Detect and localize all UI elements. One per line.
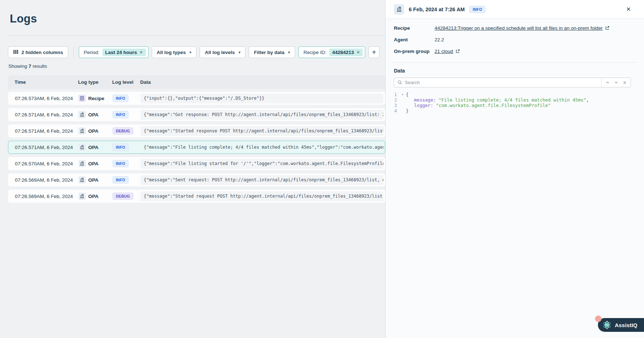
- period-remove-icon[interactable]: ✕: [139, 50, 143, 55]
- row-log-type: OPA: [78, 193, 113, 200]
- search-clear-button[interactable]: [620, 78, 629, 87]
- code-content: }: [406, 108, 409, 114]
- period-filter-chip[interactable]: Period: Last 24 hours ✕: [79, 46, 148, 58]
- field-recipe-label: Recipe: [394, 25, 435, 31]
- line-number: 1: [394, 92, 399, 97]
- log-type-label: OPA: [88, 177, 98, 183]
- search-next-button[interactable]: [612, 78, 620, 87]
- add-filter-button[interactable]: +: [368, 46, 379, 58]
- search-input[interactable]: [405, 80, 601, 85]
- log-type-label: Recipe: [88, 96, 104, 101]
- search-icon: [398, 80, 402, 85]
- chevron-down-icon: ▾: [189, 50, 192, 55]
- data-section: Data 1▾{2 messa: [386, 63, 644, 114]
- column-header-time[interactable]: Time: [8, 79, 78, 85]
- chevron-down-icon: ▾: [239, 50, 241, 55]
- assistiq-button[interactable]: AssistIQ: [598, 318, 644, 332]
- log-levels-dropdown[interactable]: All log levels ▾: [200, 46, 245, 58]
- row-log-level: DEBUG: [113, 127, 140, 135]
- field-onprem-group: On-prem group 21 cloud: [394, 49, 631, 60]
- table-header: Time Log type Log level Data: [8, 75, 385, 89]
- log-type-icon: [78, 160, 86, 167]
- row-log-type: OPA: [78, 160, 113, 167]
- table-row[interactable]: 07:26.569AM, 6 Feb, 2024 OPA INFO {"mess…: [8, 173, 385, 186]
- column-header-type[interactable]: Log type: [78, 79, 112, 85]
- building-icon: [396, 6, 402, 12]
- close-panel-button[interactable]: ✕: [626, 7, 631, 12]
- log-level-badge: INFO: [113, 95, 129, 102]
- row-time: 07:26.571AM, 6 Feb, 2024: [8, 112, 78, 118]
- log-type-icon: [78, 111, 86, 118]
- row-data-cell: {"message":"Sent request: POST http://ag…: [140, 175, 385, 185]
- recipe-icon: [80, 96, 85, 101]
- fold-gutter: [399, 103, 406, 108]
- recipe-id-filter-chip[interactable]: Recipe ID: 44284213 ✕: [298, 46, 365, 58]
- assistiq-label: AssistIQ: [615, 322, 637, 328]
- recipe-id-filter-value: 44284213 ✕: [329, 49, 363, 56]
- chevron-down-icon: [614, 81, 618, 84]
- row-data: {"message":"File listing started for '/'…: [140, 159, 383, 169]
- row-data-cell: {"message":"Got response: POST http://ag…: [140, 110, 385, 120]
- recipe-id-remove-icon[interactable]: ✕: [356, 50, 360, 55]
- table-row[interactable]: 07:26.571AM, 6 Feb, 2024 OPA INFO {"mess…: [8, 141, 385, 154]
- toolbar-separator: [73, 47, 74, 57]
- hidden-columns-button[interactable]: 2 hidden columns: [8, 46, 68, 58]
- row-time: 07:26.573AM, 6 Feb, 2024: [8, 96, 78, 101]
- period-filter-label: Period:: [84, 50, 99, 55]
- recipe-link[interactable]: 44284213:Trigger on a specified schedule…: [435, 25, 603, 31]
- table-row[interactable]: 07:26.573AM, 6 Feb, 2024 Recipe INFO {"i…: [8, 92, 385, 105]
- logs-app: Logs 2 hidden columns Period: Last 24 ho…: [0, 0, 644, 338]
- log-level-badge: INFO: [113, 111, 129, 118]
- recipe-id-filter-label: Recipe ID:: [303, 50, 326, 55]
- log-type-label: OPA: [88, 112, 98, 118]
- results-summary: Showing 7 results: [8, 63, 385, 69]
- row-log-type: OPA: [78, 111, 113, 118]
- fold-gutter: [399, 108, 406, 114]
- row-data: {"message":"Sent request: POST http://ag…: [140, 175, 383, 185]
- external-link-icon: [605, 26, 610, 30]
- row-data-cell: {"message":"Started request POST http://…: [140, 191, 385, 201]
- building-icon: [80, 177, 85, 182]
- row-data: {"message":"Started request POST http://…: [140, 191, 383, 201]
- column-header-data[interactable]: Data: [140, 79, 385, 85]
- fold-caret-icon[interactable]: ▾: [399, 92, 406, 97]
- row-data: {"message":"Started response POST http:/…: [140, 126, 383, 136]
- log-types-dropdown[interactable]: All log types ▾: [152, 46, 197, 58]
- building-icon: [80, 194, 85, 199]
- search-prev-button[interactable]: [603, 78, 612, 87]
- row-log-level: INFO: [113, 160, 140, 167]
- log-level-badge: INFO: [113, 176, 129, 184]
- panel-fields: Recipe 44284213:Trigger on a specified s…: [386, 19, 644, 60]
- logs-table: Time Log type Log level Data 07:26.573AM…: [8, 75, 385, 203]
- atom-icon: [602, 320, 612, 330]
- column-header-level[interactable]: Log level: [112, 79, 140, 85]
- agent-version: 22.2: [435, 37, 444, 42]
- onprem-group-link[interactable]: 21 cloud: [435, 49, 453, 54]
- fold-gutter: [399, 97, 406, 103]
- code-line: 4}: [394, 108, 631, 114]
- log-type-label: OPA: [88, 128, 98, 134]
- chevron-down-icon: ▾: [288, 50, 290, 55]
- table-row[interactable]: 07:26.571AM, 6 Feb, 2024 OPA DEBUG {"mes…: [8, 124, 385, 137]
- table-row[interactable]: 07:26.569AM, 6 Feb, 2024 OPA DEBUG {"mes…: [8, 190, 385, 203]
- line-number: 3: [394, 103, 399, 108]
- external-link-icon: [455, 49, 460, 54]
- row-log-level: DEBUG: [113, 193, 140, 200]
- data-section-title: Data: [394, 68, 631, 74]
- row-time: 07:26.571AM, 6 Feb, 2024: [8, 128, 78, 134]
- panel-level-badge: INFO: [469, 6, 485, 13]
- log-type-label: OPA: [88, 145, 98, 150]
- line-number: 2: [394, 97, 399, 103]
- code-line: 2 message: "File listing complete; 4/4 f…: [394, 97, 631, 103]
- field-agent-label: Agent: [394, 37, 435, 42]
- row-log-level: INFO: [113, 176, 140, 184]
- table-row[interactable]: 07:26.570AM, 6 Feb, 2024 OPA INFO {"mess…: [8, 157, 385, 170]
- table-row[interactable]: 07:26.571AM, 6 Feb, 2024 OPA INFO {"mess…: [8, 108, 385, 121]
- json-code-viewer[interactable]: 1▾{2 message: "File listing complete; 4/…: [394, 92, 631, 114]
- filter-by-data-dropdown[interactable]: Filter by data ▾: [249, 46, 295, 58]
- code-content: message: "File listing complete; 4/4 fil…: [406, 97, 589, 103]
- row-data: {"input":{},"output":{"message":"/.DS_St…: [140, 94, 383, 103]
- row-log-type: Recipe: [78, 95, 113, 102]
- close-icon: [623, 81, 627, 84]
- row-data-cell: {"message":"File listing complete; 4/4 f…: [140, 143, 385, 152]
